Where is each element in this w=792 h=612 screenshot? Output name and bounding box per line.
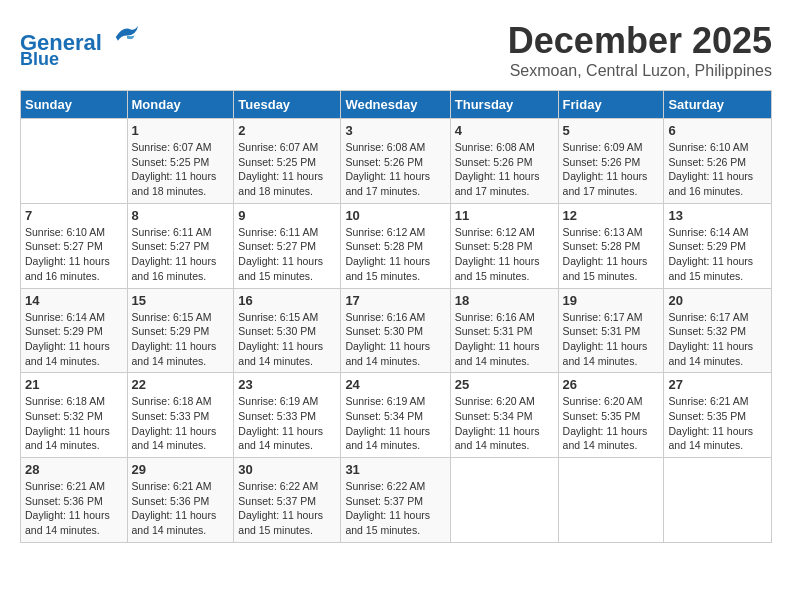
- calendar-cell: [664, 458, 772, 543]
- day-info: Sunrise: 6:22 AM Sunset: 5:37 PM Dayligh…: [238, 479, 336, 538]
- week-row-5: 28Sunrise: 6:21 AM Sunset: 5:36 PM Dayli…: [21, 458, 772, 543]
- calendar-cell: 2Sunrise: 6:07 AM Sunset: 5:25 PM Daylig…: [234, 119, 341, 204]
- day-info: Sunrise: 6:09 AM Sunset: 5:26 PM Dayligh…: [563, 140, 660, 199]
- day-number: 15: [132, 293, 230, 308]
- day-info: Sunrise: 6:11 AM Sunset: 5:27 PM Dayligh…: [132, 225, 230, 284]
- day-number: 2: [238, 123, 336, 138]
- calendar-cell: 30Sunrise: 6:22 AM Sunset: 5:37 PM Dayli…: [234, 458, 341, 543]
- day-info: Sunrise: 6:14 AM Sunset: 5:29 PM Dayligh…: [668, 225, 767, 284]
- day-number: 27: [668, 377, 767, 392]
- calendar-cell: 4Sunrise: 6:08 AM Sunset: 5:26 PM Daylig…: [450, 119, 558, 204]
- calendar-cell: [21, 119, 128, 204]
- day-number: 25: [455, 377, 554, 392]
- day-info: Sunrise: 6:16 AM Sunset: 5:30 PM Dayligh…: [345, 310, 445, 369]
- day-number: 23: [238, 377, 336, 392]
- day-info: Sunrise: 6:07 AM Sunset: 5:25 PM Dayligh…: [238, 140, 336, 199]
- day-info: Sunrise: 6:10 AM Sunset: 5:27 PM Dayligh…: [25, 225, 123, 284]
- day-number: 18: [455, 293, 554, 308]
- calendar-cell: 24Sunrise: 6:19 AM Sunset: 5:34 PM Dayli…: [341, 373, 450, 458]
- calendar-cell: 9Sunrise: 6:11 AM Sunset: 5:27 PM Daylig…: [234, 203, 341, 288]
- day-info: Sunrise: 6:18 AM Sunset: 5:33 PM Dayligh…: [132, 394, 230, 453]
- calendar-cell: [558, 458, 664, 543]
- day-number: 9: [238, 208, 336, 223]
- calendar-cell: 26Sunrise: 6:20 AM Sunset: 5:35 PM Dayli…: [558, 373, 664, 458]
- location-title: Sexmoan, Central Luzon, Philippines: [508, 62, 772, 80]
- calendar-cell: 29Sunrise: 6:21 AM Sunset: 5:36 PM Dayli…: [127, 458, 234, 543]
- day-number: 6: [668, 123, 767, 138]
- calendar-cell: 22Sunrise: 6:18 AM Sunset: 5:33 PM Dayli…: [127, 373, 234, 458]
- day-number: 28: [25, 462, 123, 477]
- calendar-cell: 16Sunrise: 6:15 AM Sunset: 5:30 PM Dayli…: [234, 288, 341, 373]
- day-number: 29: [132, 462, 230, 477]
- calendar-cell: 28Sunrise: 6:21 AM Sunset: 5:36 PM Dayli…: [21, 458, 128, 543]
- calendar-cell: 7Sunrise: 6:10 AM Sunset: 5:27 PM Daylig…: [21, 203, 128, 288]
- calendar-cell: 25Sunrise: 6:20 AM Sunset: 5:34 PM Dayli…: [450, 373, 558, 458]
- day-number: 31: [345, 462, 445, 477]
- day-info: Sunrise: 6:15 AM Sunset: 5:29 PM Dayligh…: [132, 310, 230, 369]
- calendar-cell: 12Sunrise: 6:13 AM Sunset: 5:28 PM Dayli…: [558, 203, 664, 288]
- title-block: December 2025 Sexmoan, Central Luzon, Ph…: [508, 20, 772, 80]
- week-row-2: 7Sunrise: 6:10 AM Sunset: 5:27 PM Daylig…: [21, 203, 772, 288]
- calendar-cell: 13Sunrise: 6:14 AM Sunset: 5:29 PM Dayli…: [664, 203, 772, 288]
- day-number: 14: [25, 293, 123, 308]
- day-number: 26: [563, 377, 660, 392]
- day-number: 19: [563, 293, 660, 308]
- calendar-cell: 21Sunrise: 6:18 AM Sunset: 5:32 PM Dayli…: [21, 373, 128, 458]
- day-info: Sunrise: 6:19 AM Sunset: 5:34 PM Dayligh…: [345, 394, 445, 453]
- day-info: Sunrise: 6:19 AM Sunset: 5:33 PM Dayligh…: [238, 394, 336, 453]
- weekday-header-friday: Friday: [558, 91, 664, 119]
- calendar-cell: 31Sunrise: 6:22 AM Sunset: 5:37 PM Dayli…: [341, 458, 450, 543]
- day-number: 4: [455, 123, 554, 138]
- day-number: 1: [132, 123, 230, 138]
- calendar-cell: [450, 458, 558, 543]
- day-info: Sunrise: 6:13 AM Sunset: 5:28 PM Dayligh…: [563, 225, 660, 284]
- logo: General Blue: [20, 20, 142, 70]
- day-number: 11: [455, 208, 554, 223]
- calendar-cell: 19Sunrise: 6:17 AM Sunset: 5:31 PM Dayli…: [558, 288, 664, 373]
- day-number: 16: [238, 293, 336, 308]
- day-number: 12: [563, 208, 660, 223]
- calendar-cell: 8Sunrise: 6:11 AM Sunset: 5:27 PM Daylig…: [127, 203, 234, 288]
- week-row-1: 1Sunrise: 6:07 AM Sunset: 5:25 PM Daylig…: [21, 119, 772, 204]
- calendar-cell: 1Sunrise: 6:07 AM Sunset: 5:25 PM Daylig…: [127, 119, 234, 204]
- day-info: Sunrise: 6:15 AM Sunset: 5:30 PM Dayligh…: [238, 310, 336, 369]
- day-info: Sunrise: 6:10 AM Sunset: 5:26 PM Dayligh…: [668, 140, 767, 199]
- weekday-header-sunday: Sunday: [21, 91, 128, 119]
- day-number: 22: [132, 377, 230, 392]
- day-number: 21: [25, 377, 123, 392]
- day-info: Sunrise: 6:21 AM Sunset: 5:36 PM Dayligh…: [25, 479, 123, 538]
- day-info: Sunrise: 6:17 AM Sunset: 5:31 PM Dayligh…: [563, 310, 660, 369]
- weekday-header-monday: Monday: [127, 91, 234, 119]
- day-info: Sunrise: 6:21 AM Sunset: 5:35 PM Dayligh…: [668, 394, 767, 453]
- calendar-table: SundayMondayTuesdayWednesdayThursdayFrid…: [20, 90, 772, 543]
- day-number: 20: [668, 293, 767, 308]
- day-info: Sunrise: 6:07 AM Sunset: 5:25 PM Dayligh…: [132, 140, 230, 199]
- day-number: 13: [668, 208, 767, 223]
- day-number: 24: [345, 377, 445, 392]
- calendar-cell: 15Sunrise: 6:15 AM Sunset: 5:29 PM Dayli…: [127, 288, 234, 373]
- day-info: Sunrise: 6:08 AM Sunset: 5:26 PM Dayligh…: [345, 140, 445, 199]
- day-info: Sunrise: 6:18 AM Sunset: 5:32 PM Dayligh…: [25, 394, 123, 453]
- page-header: General Blue December 2025 Sexmoan, Cent…: [20, 20, 772, 80]
- weekday-header-wednesday: Wednesday: [341, 91, 450, 119]
- day-info: Sunrise: 6:20 AM Sunset: 5:34 PM Dayligh…: [455, 394, 554, 453]
- calendar-cell: 5Sunrise: 6:09 AM Sunset: 5:26 PM Daylig…: [558, 119, 664, 204]
- day-info: Sunrise: 6:11 AM Sunset: 5:27 PM Dayligh…: [238, 225, 336, 284]
- weekday-header-saturday: Saturday: [664, 91, 772, 119]
- day-number: 5: [563, 123, 660, 138]
- calendar-cell: 10Sunrise: 6:12 AM Sunset: 5:28 PM Dayli…: [341, 203, 450, 288]
- day-info: Sunrise: 6:08 AM Sunset: 5:26 PM Dayligh…: [455, 140, 554, 199]
- calendar-cell: 3Sunrise: 6:08 AM Sunset: 5:26 PM Daylig…: [341, 119, 450, 204]
- day-number: 10: [345, 208, 445, 223]
- day-number: 3: [345, 123, 445, 138]
- day-info: Sunrise: 6:14 AM Sunset: 5:29 PM Dayligh…: [25, 310, 123, 369]
- day-info: Sunrise: 6:12 AM Sunset: 5:28 PM Dayligh…: [455, 225, 554, 284]
- day-info: Sunrise: 6:12 AM Sunset: 5:28 PM Dayligh…: [345, 225, 445, 284]
- day-number: 8: [132, 208, 230, 223]
- calendar-cell: 27Sunrise: 6:21 AM Sunset: 5:35 PM Dayli…: [664, 373, 772, 458]
- calendar-cell: 18Sunrise: 6:16 AM Sunset: 5:31 PM Dayli…: [450, 288, 558, 373]
- calendar-cell: 20Sunrise: 6:17 AM Sunset: 5:32 PM Dayli…: [664, 288, 772, 373]
- logo-bird-icon: [112, 20, 142, 50]
- week-row-3: 14Sunrise: 6:14 AM Sunset: 5:29 PM Dayli…: [21, 288, 772, 373]
- day-number: 17: [345, 293, 445, 308]
